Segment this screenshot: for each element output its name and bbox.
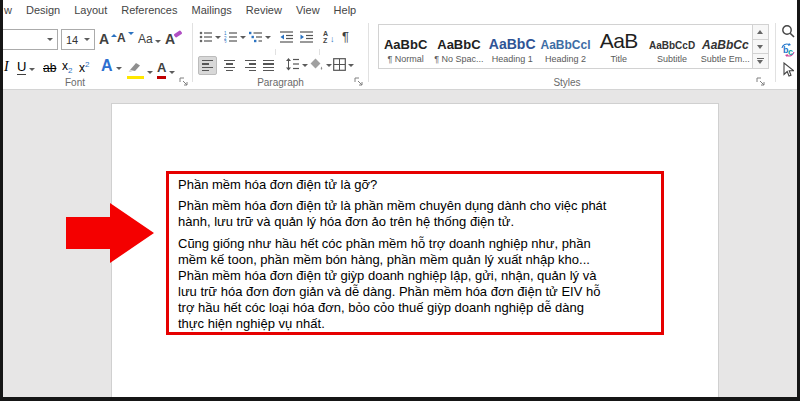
underline-button[interactable]: U xyxy=(17,59,35,75)
tab-references[interactable]: References xyxy=(121,4,177,16)
numbered-list-icon: 123 xyxy=(224,31,238,43)
style-normal[interactable]: AaBbC ¶ Normal xyxy=(379,25,432,68)
ribbon-tab-row: w Design Layout References Mailings Revi… xyxy=(4,0,356,19)
paint-bucket-icon xyxy=(309,58,324,71)
select-cursor-icon xyxy=(782,62,794,77)
subscript-button[interactable]: x2 xyxy=(62,59,72,75)
bullets-button[interactable] xyxy=(199,31,221,43)
sort-button[interactable]: AZ ↓ xyxy=(323,30,335,44)
borders-button[interactable] xyxy=(333,58,354,71)
paragraph-group: 123 AZ ↓ ¶ xyxy=(193,19,368,89)
tab-layout[interactable]: Layout xyxy=(74,4,107,16)
ribbon-right-rail: b c xyxy=(778,19,798,89)
shrink-font-caret-icon xyxy=(128,32,134,35)
tab-design[interactable]: Design xyxy=(26,4,60,16)
bullet-list-icon xyxy=(199,31,213,43)
shrink-font-button[interactable]: A xyxy=(117,32,134,44)
font-name-combo[interactable] xyxy=(0,29,58,50)
grow-font-button[interactable]: A xyxy=(99,32,117,46)
style-subtitle[interactable]: AaBbCcD Subtitle xyxy=(645,25,698,68)
style-heading1[interactable]: AaBbC Heading 1 xyxy=(486,25,539,68)
tab-mailings[interactable]: Mailings xyxy=(192,4,232,16)
doc-paragraph-1[interactable]: Phần mềm hóa đơn điện tử là phần mềm chu… xyxy=(178,198,653,230)
increase-indent-button[interactable] xyxy=(300,31,314,43)
tab-view[interactable]: View xyxy=(296,4,320,16)
styles-group: AaBbC ¶ Normal AaBbC ¶ No Spac... AaBbC … xyxy=(372,19,775,89)
highlighter-pen-icon xyxy=(127,61,144,75)
tab-review[interactable]: Review xyxy=(246,4,282,16)
clear-formatting-button[interactable]: A xyxy=(165,32,175,46)
doc-heading[interactable]: Phần mềm hóa đơn điện tử là gỡ? xyxy=(178,177,653,193)
style-title[interactable]: AaB Title xyxy=(592,25,645,68)
select-button[interactable] xyxy=(782,62,794,77)
red-annotation-box: Phần mềm hóa đơn điện tử là gỡ? Phần mềm… xyxy=(166,171,664,335)
style-no-spacing[interactable]: AaBbC ¶ No Spac... xyxy=(432,25,485,68)
align-right-button[interactable] xyxy=(240,56,259,75)
styles-more-button[interactable] xyxy=(753,54,768,68)
shading-button[interactable] xyxy=(309,58,332,71)
window-left-edge xyxy=(0,0,3,401)
numbering-button[interactable]: 123 xyxy=(224,31,246,43)
italic-button[interactable]: I xyxy=(4,59,9,75)
font-group-label: Font xyxy=(0,77,150,88)
decrease-indent-button[interactable] xyxy=(280,31,294,43)
text-effects-button[interactable]: A xyxy=(101,57,122,75)
highlight-color-button[interactable] xyxy=(127,61,153,75)
superscript-button[interactable]: x2 xyxy=(79,60,89,75)
indent-icon xyxy=(300,31,314,43)
ribbon: w Design Layout References Mailings Revi… xyxy=(0,0,800,90)
svg-text:3: 3 xyxy=(224,40,227,44)
justify-button[interactable] xyxy=(260,56,279,75)
word-window: w Design Layout References Mailings Revi… xyxy=(0,0,800,401)
font-size-combo[interactable]: 14 xyxy=(61,29,95,50)
styles-dialog-launcher[interactable] xyxy=(756,77,765,86)
red-arrow-annotation xyxy=(66,202,156,264)
align-center-button[interactable] xyxy=(220,56,239,75)
styles-group-label: Styles xyxy=(372,77,762,88)
font-size-value: 14 xyxy=(66,34,78,46)
show-hide-pilcrow-button[interactable]: ¶ xyxy=(342,29,349,44)
multilevel-list-icon xyxy=(249,31,263,43)
font-color-button[interactable]: A xyxy=(157,60,175,75)
font-color-red-bar xyxy=(157,76,166,80)
translate-icon: b c xyxy=(780,43,796,57)
font-group: 14 A A Aa A I U ab xyxy=(0,19,192,89)
line-spacing-icon xyxy=(286,58,300,71)
paragraph-dialog-launcher[interactable] xyxy=(354,77,363,86)
align-left-button[interactable] xyxy=(198,56,217,75)
search-icon xyxy=(781,24,795,38)
styles-scroll-down-button[interactable] xyxy=(753,40,768,55)
red-arrow-icon xyxy=(66,202,156,264)
doc-paragraph-2[interactable]: Cũng giống như hầu hết cóc phần mềm hỗ t… xyxy=(178,236,653,332)
translate-button[interactable]: b c xyxy=(780,43,796,61)
change-case-button[interactable]: Aa xyxy=(138,32,161,46)
multilevel-list-button[interactable] xyxy=(249,31,271,43)
line-spacing-button[interactable] xyxy=(286,58,308,71)
styles-gallery: AaBbC ¶ Normal AaBbC ¶ No Spac... AaBbC … xyxy=(378,24,769,69)
style-heading2[interactable]: AaBbCcl Heading 2 xyxy=(539,25,592,68)
styles-scroll-up-button[interactable] xyxy=(753,25,768,40)
font-dialog-launcher[interactable] xyxy=(179,77,188,86)
tab-help[interactable]: Help xyxy=(334,4,357,16)
sort-arrow-icon: ↓ xyxy=(330,35,335,44)
borders-grid-icon xyxy=(333,58,346,71)
strikethrough-button[interactable]: ab xyxy=(43,61,56,75)
paragraph-group-label: Paragraph xyxy=(193,77,368,88)
outdent-icon xyxy=(280,31,294,43)
tab-partial[interactable]: w xyxy=(4,4,12,16)
styles-gallery-scroll xyxy=(752,25,768,68)
search-button[interactable] xyxy=(781,24,795,38)
window-bottom-edge xyxy=(0,397,800,401)
style-subtle-emphasis[interactable]: AaBbCc Subtle Em... xyxy=(699,25,752,68)
